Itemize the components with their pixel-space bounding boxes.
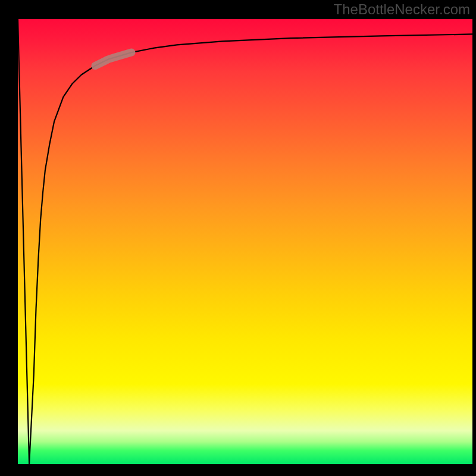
chart-frame-left (0, 0, 18, 476)
chart-frame-right (472, 0, 476, 476)
watermark-text: TheBottleNecker.com (334, 1, 470, 18)
bottleneck-curve (18, 19, 472, 464)
chart-curve-layer (18, 19, 472, 464)
chart-frame-bottom (0, 464, 476, 476)
curve-highlight-segment (95, 52, 131, 65)
